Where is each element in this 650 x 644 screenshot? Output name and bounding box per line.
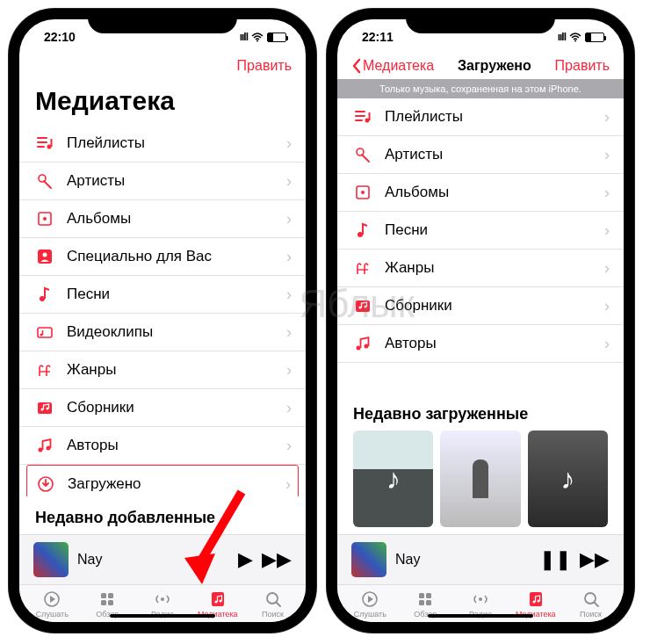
playlist-icon	[353, 107, 372, 127]
library-row-genre[interactable]: Жанры ›	[19, 351, 306, 389]
tab-поиск[interactable]: Поиск	[563, 590, 618, 619]
chevron-right-icon: ›	[604, 221, 610, 240]
phone-frame-1: 22:10 ııll Править Медиатека Плейлисты ›…	[9, 9, 316, 633]
info-banner: Только музыка, сохраненная на этом iPhon…	[337, 79, 624, 98]
genre-icon	[353, 258, 372, 278]
library-row-compilation[interactable]: Сборники ›	[337, 287, 624, 325]
library-row-album[interactable]: Альбомы ›	[337, 174, 624, 212]
album-icon	[353, 183, 372, 202]
back-label: Медиатека	[363, 58, 434, 74]
now-playing-bar[interactable]: Nay ❚❚ ▶▶	[337, 534, 624, 584]
album-thumb-3[interactable]: ♪	[528, 431, 608, 527]
library-row-mic[interactable]: Артисты ›	[337, 136, 624, 174]
row-label: Песни	[67, 286, 274, 303]
edit-button[interactable]: Править	[555, 58, 610, 74]
library-row-note[interactable]: Песни ›	[19, 276, 306, 314]
tab-icon	[154, 590, 171, 608]
compilation-icon	[353, 296, 372, 315]
svg-rect-10	[38, 402, 52, 414]
tab-label: Поиск	[580, 610, 602, 619]
chevron-right-icon: ›	[286, 172, 292, 191]
library-row-video[interactable]: Видеоклипы ›	[19, 314, 306, 351]
library-row-compilation[interactable]: Сборники ›	[19, 389, 306, 427]
note-icon	[353, 221, 372, 240]
row-label: Сборники	[385, 297, 592, 315]
album-thumb-2[interactable]	[440, 431, 520, 527]
library-row-playlist[interactable]: Плейлисты ›	[337, 98, 624, 136]
home-indicator	[110, 614, 215, 618]
tab-слушать[interactable]: Слушать	[343, 590, 398, 619]
nav-bar: Медиатека Загружено Править	[337, 54, 624, 79]
compilation-icon	[35, 398, 54, 417]
battery-icon	[267, 33, 286, 42]
library-row-note[interactable]: Песни ›	[337, 212, 624, 250]
mic-icon	[35, 171, 54, 191]
chevron-right-icon: ›	[604, 297, 610, 315]
downloaded-list: Плейлисты › Артисты › Альбомы › Песни › …	[337, 98, 624, 393]
svg-point-4	[43, 217, 47, 221]
now-playing-artwork	[33, 542, 69, 577]
library-row-foryou[interactable]: Специально для Вас ›	[19, 238, 306, 276]
library-row-mic[interactable]: Артисты ›	[19, 163, 306, 200]
now-playing-title: Nay	[395, 552, 531, 568]
download-icon	[36, 474, 55, 494]
forward-icon[interactable]: ▶▶	[262, 548, 292, 571]
signal-icon: ııll	[558, 31, 566, 43]
mic-icon	[353, 145, 372, 164]
note-icon	[35, 285, 54, 304]
tab-label: Слушать	[36, 610, 69, 619]
now-playing-bar[interactable]: Nay ▶ ▶▶	[19, 534, 306, 584]
library-row-composer[interactable]: Авторы ›	[337, 325, 624, 363]
chevron-right-icon: ›	[285, 475, 291, 494]
svg-rect-43	[419, 593, 424, 598]
pause-icon[interactable]: ❚❚	[539, 548, 571, 571]
row-label: Альбомы	[67, 210, 274, 228]
edit-button[interactable]: Править	[237, 58, 292, 74]
tab-поиск[interactable]: Поиск	[245, 590, 300, 619]
chevron-right-icon: ›	[286, 437, 292, 455]
screen-2: 22:11 ııll Медиатека Загружено Править Т…	[337, 19, 624, 622]
row-label: Авторы	[67, 437, 274, 454]
playlist-icon	[35, 134, 54, 153]
screen-1: 22:10 ııll Править Медиатека Плейлисты ›…	[19, 19, 306, 622]
play-icon[interactable]: ▶	[238, 548, 253, 571]
row-label: Специально для Вас	[67, 248, 274, 265]
now-playing-artwork	[351, 542, 386, 577]
library-row-playlist[interactable]: Плейлисты ›	[19, 125, 306, 163]
row-label: Загружено	[68, 475, 273, 493]
nav-title: Загружено	[458, 58, 531, 74]
nav-bar: Править	[19, 54, 306, 79]
library-row-composer[interactable]: Авторы ›	[19, 427, 306, 465]
album-thumb-1[interactable]: ♪	[353, 431, 433, 527]
forward-icon[interactable]: ▶▶	[580, 548, 610, 571]
video-icon	[35, 322, 54, 342]
composer-icon	[353, 334, 372, 353]
chevron-right-icon: ›	[604, 108, 610, 127]
svg-rect-45	[419, 600, 424, 605]
status-indicators: ııll	[558, 31, 604, 43]
tab-icon	[582, 590, 600, 608]
row-label: Авторы	[385, 335, 592, 352]
library-row-download[interactable]: Загружено ›	[26, 465, 299, 496]
recently-downloaded-header: Недавно загруженные	[337, 393, 624, 431]
tab-icon	[527, 590, 545, 608]
battery-icon	[585, 33, 604, 42]
phone-frame-2: 22:11 ııll Медиатека Загружено Править Т…	[327, 9, 634, 633]
chevron-right-icon: ›	[286, 286, 292, 304]
tab-icon	[264, 590, 282, 608]
notch	[88, 9, 237, 33]
svg-point-22	[161, 597, 164, 601]
svg-point-6	[43, 253, 47, 257]
tab-icon	[361, 590, 379, 608]
status-indicators: ııll	[240, 31, 286, 43]
album-icon	[35, 209, 54, 228]
row-label: Жанры	[67, 361, 274, 379]
chevron-right-icon: ›	[286, 134, 292, 153]
library-row-genre[interactable]: Жанры ›	[337, 250, 624, 287]
library-row-album[interactable]: Альбомы ›	[19, 200, 306, 238]
back-button[interactable]: Медиатека	[351, 58, 434, 74]
library-list: Плейлисты › Артисты › Альбомы › Специаль…	[19, 125, 306, 496]
row-label: Плейлисты	[67, 134, 274, 152]
tab-слушать[interactable]: Слушать	[25, 590, 80, 619]
chevron-right-icon: ›	[286, 248, 292, 266]
